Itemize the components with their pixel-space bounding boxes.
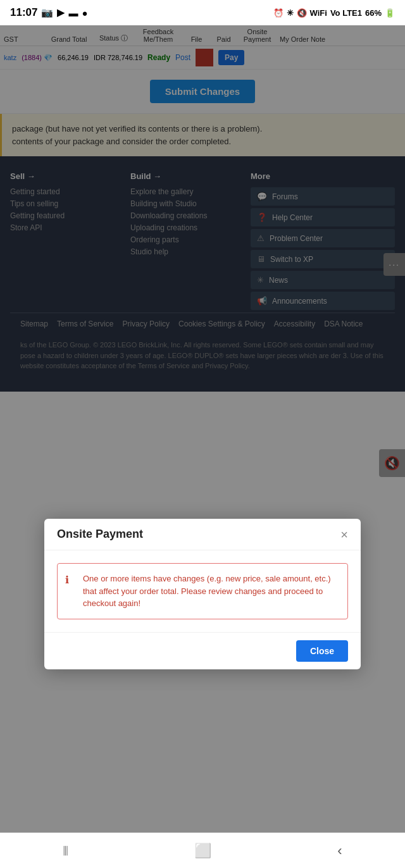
alert-icon: ℹ	[65, 573, 69, 588]
alert-box: ℹ One or more items have changes (e.g. n…	[57, 563, 348, 619]
battery-icon: 🔋	[385, 8, 395, 18]
alarm-icon: ⏰	[273, 8, 284, 18]
modal-body: ℹ One or more items have changes (e.g. n…	[44, 550, 361, 632]
video-icon: ▶	[57, 7, 65, 18]
nav-bar: ⦀ ⬜ ‹	[0, 833, 405, 868]
wifi-icon: WiFi	[310, 8, 327, 18]
signal-icon: Vo LTE1	[330, 8, 362, 18]
nav-home-icon[interactable]: ⬜	[194, 843, 211, 859]
modal-overlay: Onsite Payment × ℹ One or more items hav…	[0, 25, 405, 868]
modal-close-btn[interactable]: Close	[296, 640, 348, 662]
bluetooth-icon: ✳	[287, 8, 294, 18]
battery-percent: 66%	[365, 8, 382, 18]
modal-title: Onsite Payment	[57, 528, 143, 541]
onsite-payment-modal: Onsite Payment × ℹ One or more items hav…	[44, 519, 361, 669]
modal-close-button[interactable]: ×	[340, 528, 348, 541]
nav-menu-icon[interactable]: ⦀	[63, 843, 68, 859]
status-right: ⏰ ✳ 🔇 WiFi Vo LTE1 66% 🔋	[273, 8, 395, 18]
status-time: 11:07	[10, 6, 37, 19]
nav-back-icon[interactable]: ‹	[337, 843, 342, 859]
camera-icon: 📷	[41, 7, 53, 18]
mute-icon: 🔇	[297, 8, 307, 18]
screen-icon: ▬	[68, 8, 78, 18]
alert-text: One or more items have changes (e.g. new…	[83, 574, 331, 608]
modal-footer: Close	[44, 632, 361, 669]
page-background: GST Grand Total Status ⓘ Feedback Me/The…	[0, 25, 405, 868]
status-bar: 11:07 📷 ▶ ▬ ● ⏰ ✳ 🔇 WiFi Vo LTE1 66% 🔋	[0, 0, 405, 25]
modal-header: Onsite Payment ×	[44, 519, 361, 550]
dot-icon: ●	[82, 8, 87, 18]
